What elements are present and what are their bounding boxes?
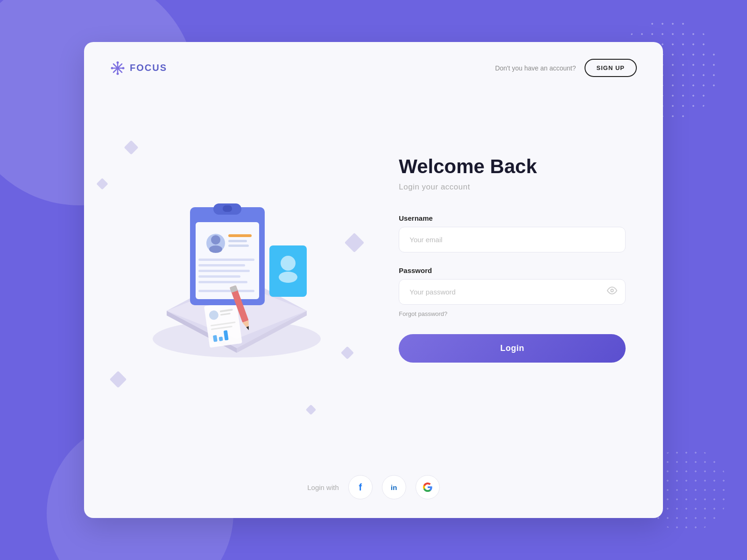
svg-rect-14 <box>204 301 242 348</box>
forgot-password-link[interactable]: Forgot password? <box>399 310 626 317</box>
card-body: Welcome Back Login your account Username… <box>84 77 663 460</box>
svg-point-45 <box>281 256 296 271</box>
diamond-deco-5 <box>306 405 317 415</box>
toggle-password-icon[interactable] <box>607 286 617 298</box>
linkedin-icon: in <box>391 483 397 491</box>
login-button[interactable]: Login <box>399 334 626 363</box>
svg-rect-37 <box>198 281 247 283</box>
form-side: Welcome Back Login your account Username… <box>371 77 663 460</box>
username-input[interactable] <box>399 227 626 252</box>
svg-rect-36 <box>198 275 240 278</box>
svg-rect-32 <box>228 245 249 247</box>
svg-point-6 <box>117 72 119 75</box>
svg-rect-30 <box>228 234 252 237</box>
svg-point-46 <box>279 272 297 283</box>
password-label: Password <box>399 266 626 274</box>
svg-rect-35 <box>198 270 250 272</box>
svg-rect-38 <box>198 290 254 292</box>
svg-point-7 <box>111 67 113 69</box>
social-login-label: Login with <box>307 483 339 491</box>
svg-point-47 <box>611 289 613 292</box>
illustration-side <box>84 77 371 460</box>
illustration <box>129 152 344 376</box>
diamond-deco-2 <box>96 178 108 189</box>
svg-point-5 <box>117 61 119 63</box>
facebook-icon: f <box>359 482 362 493</box>
logo-icon <box>110 61 125 76</box>
login-card: FOCUS Don't you have an account? SIGN UP <box>84 42 663 518</box>
svg-point-28 <box>211 235 220 245</box>
password-input[interactable] <box>399 279 626 305</box>
signup-question: Don't you have an account? <box>495 64 576 72</box>
diamond-deco-6 <box>345 233 364 252</box>
svg-rect-26 <box>223 205 232 212</box>
svg-rect-21 <box>219 336 223 341</box>
svg-rect-33 <box>198 259 254 261</box>
google-login-button[interactable] <box>416 475 440 499</box>
svg-point-8 <box>122 67 125 69</box>
svg-rect-31 <box>228 240 247 242</box>
username-label: Username <box>399 214 626 222</box>
svg-rect-44 <box>269 245 307 297</box>
linkedin-login-button[interactable]: in <box>382 475 406 499</box>
google-icon <box>423 482 433 492</box>
social-section: Login with f in <box>84 460 663 518</box>
username-input-wrap <box>399 227 626 252</box>
header-right: Don't you have an account? SIGN UP <box>495 59 637 77</box>
facebook-login-button[interactable]: f <box>348 475 373 499</box>
signup-button[interactable]: SIGN UP <box>585 59 637 77</box>
svg-point-29 <box>209 245 222 253</box>
form-subtitle: Login your account <box>399 182 626 192</box>
card-header: FOCUS Don't you have an account? SIGN UP <box>84 42 663 77</box>
form-title: Welcome Back <box>399 156 626 177</box>
logo-area: FOCUS <box>110 61 167 76</box>
diamond-deco-4 <box>110 371 127 388</box>
password-input-wrap <box>399 279 626 305</box>
svg-rect-34 <box>198 264 245 266</box>
logo-text: FOCUS <box>130 63 167 73</box>
